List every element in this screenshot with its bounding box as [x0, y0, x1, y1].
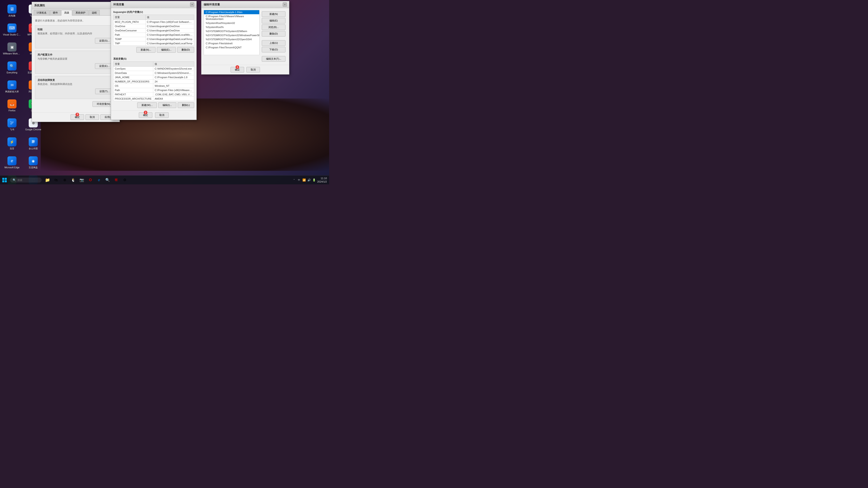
editenv-browse-btn[interactable]: 浏览(B)... [262, 24, 285, 30]
tab-sysprotect[interactable]: 系统保护 [72, 10, 88, 15]
table-row[interactable]: JAVA_HOME C:\Program Files\Java\jdk-1.8 [114, 75, 194, 79]
table-row[interactable]: OneDrive C:\Users\liuguangle\OneDrive [114, 24, 194, 29]
taskbar-file-explorer-btn[interactable]: 📁 [43, 176, 52, 184]
envvar-sys-edit-btn[interactable]: 编辑(I)... [158, 102, 176, 108]
editenv-down-btn[interactable]: 下移(O) [262, 47, 285, 53]
list-item[interactable]: C:\Program Files\VMware\VMware Workstati… [204, 14, 259, 21]
taskbar-search-box[interactable]: 🔍 [10, 177, 41, 183]
desktop-icon-vmware[interactable]: ▣ WMware Workstati... [2, 40, 22, 58]
sysprop-cancel-btn[interactable]: 取消 [86, 114, 99, 120]
desktop-icon-everything[interactable]: 🔍 Everything [2, 59, 22, 77]
editenv-list[interactable]: C:\Program Files\Java\jdk-1.8\bin C:\Pro… [204, 10, 259, 55]
thunder-icon: ⚡ [7, 137, 17, 147]
editenv-edit-btn[interactable]: 编辑(E) [262, 18, 285, 24]
taskbar-qq-taskbar-btn[interactable]: 🐧 [69, 176, 77, 184]
taskbar-edge-taskbar-btn[interactable]: e [95, 176, 103, 184]
desktop-icon-feishu[interactable]: 🕊 飞书 [2, 116, 22, 134]
taskbar-extra-btn[interactable]: ⚙ [121, 176, 129, 184]
tab-hardware[interactable]: 硬件 [50, 10, 61, 15]
envvar-title: 环境变量 [113, 3, 124, 6]
editenv-close-btn[interactable]: × [283, 2, 287, 6]
taskbar-opera-btn[interactable]: O [86, 176, 94, 184]
tray-volume-icon[interactable]: 🔊 [307, 178, 311, 182]
table-row[interactable]: Path C:\Program Files (x86)\VMware\VMwar… [114, 88, 194, 92]
table-row[interactable]: MOZ_PLUGIN_PATH C:\Program Files (x86)\F… [114, 20, 194, 24]
sys-var-value: .COM;.EXE;.BAT;.CMD;.VBS;.VBE;.JS;.JSE;.… [153, 92, 194, 97]
sys-var-name: ComSpec [114, 67, 153, 71]
table-row[interactable]: OS Windows_NT [114, 84, 194, 88]
taskbar-chrome-taskbar-btn[interactable]: ⊕ [61, 176, 69, 184]
table-row[interactable]: PROCESSOR_ARCHITECTURE AMD64 [114, 97, 194, 101]
envvar-cancel-btn[interactable]: 取消 [155, 112, 168, 118]
desktop-icon-jinshan[interactable]: 辞 金山词霸 [23, 135, 43, 153]
tab-computername[interactable]: 计算机名 [34, 10, 50, 15]
envvar-close-btn[interactable]: × [190, 2, 194, 6]
taskbar-clock[interactable]: 11:10 2024/1/2 [317, 177, 327, 183]
tray-wifi-icon[interactable]: 📶 [302, 178, 306, 182]
user-var-value: C:\Users\liuguangle\OneDrive [145, 29, 194, 33]
table-row[interactable]: OneDriveConsumer C:\Users\liuguangle\One… [114, 29, 194, 33]
tab-remote[interactable]: 远程 [89, 10, 100, 15]
envvar-sys-new-btn[interactable]: 新建(W)... [137, 102, 157, 108]
desktop-icon-pc[interactable]: 🖥 此电脑 [2, 2, 22, 20]
table-row[interactable]: ComSpec C:\WINDOWS\system32\cmd.exe [114, 67, 194, 71]
taskbar-start-button[interactable] [0, 175, 9, 185]
sys-var-value: AMD64 [153, 97, 194, 101]
firefox-icon: 🦊 [7, 99, 17, 108]
search-input[interactable] [18, 179, 40, 182]
edit-env-dialog: 编辑环境变量 × C:\Program Files\Java\jdk-1.8\b… [201, 1, 289, 74]
list-item[interactable]: C:\Program Files\dotnet\ [204, 41, 259, 45]
editenv-up-btn[interactable]: 上移(U) [262, 40, 285, 46]
env-variables-dialog: 环境变量 × liuguanglei 的用户变量(U) 变量 值 MOZ_PLU… [111, 1, 197, 120]
table-row[interactable]: TMP C:\Users\liuguangle\AppData\Local\Te… [114, 41, 194, 46]
envvar-user-delete-btn[interactable]: 删除(D) [177, 47, 194, 53]
taskbar-camera-btn[interactable]: 📷 [78, 176, 86, 184]
desktop-icon-mail[interactable]: ✉ 网易邮箱大师 [2, 78, 22, 96]
tray-keyboard-icon[interactable]: 中 [297, 178, 301, 182]
envvar-sys-delete-btn[interactable]: 删除(L) [178, 102, 194, 108]
user-var-name: Path [114, 33, 146, 37]
sys-var-value: 24 [153, 79, 194, 84]
list-item[interactable]: %SYSTEMROOT%\System32\WindowsPowerShell\… [204, 33, 259, 37]
editenv-new-btn[interactable]: 新建(N) [262, 11, 285, 17]
user-var-value: C:\Users\liuguangle\AppData\Local\Temp [145, 37, 194, 41]
desktop-icon-thunder[interactable]: ⚡ 迅雷 [2, 135, 22, 153]
taskbar-yd-btn[interactable]: 有 [112, 176, 120, 184]
tray-chevron-icon[interactable]: ⌃ [292, 178, 296, 182]
table-row[interactable]: Path C:\Users\liuguangle\AppData\Local\M… [114, 33, 194, 37]
list-item[interactable]: C:\Program Files\Java\jdk-1.8\bin [204, 10, 259, 14]
sysprop-ok-btn[interactable]: 3 确定 [70, 114, 84, 120]
tray-battery-icon[interactable]: 🔋 [312, 178, 316, 182]
list-item[interactable]: %SystemRoot% [204, 25, 259, 29]
editenv-delete-btn[interactable]: 删除(D) [262, 31, 285, 37]
table-row[interactable]: DriverData C:\Windows\System32\Drivers\D… [114, 71, 194, 75]
tab-advanced[interactable]: 高级 [61, 10, 72, 15]
envvar-sys-table: 变量 值 ComSpec C:\WINDOWS\system32\cmd.exe… [113, 61, 194, 101]
vscode-icon-label: Visual Studio Code [3, 33, 21, 36]
desktop-icon-baidu[interactable]: ◉ 百度网盘 [23, 154, 43, 172]
envvar-user-new-btn[interactable]: 新建(N)... [136, 47, 155, 53]
table-row[interactable]: TEMP C:\Users\liuguangle\AppData\Local\T… [114, 37, 194, 41]
list-item[interactable]: %SYSTEMROOT%\System32\OpenSSH\ [204, 37, 259, 41]
sysprop-tabs: 计算机名 硬件 高级 系统保护 远程 [32, 9, 120, 15]
sysprop-admin-note: 要进行大多数更改，您必须作为管理员登录。 [35, 19, 116, 23]
table-row[interactable]: NUMBER_OF_PROCESSORS 24 [114, 79, 194, 84]
desktop-icon-edge[interactable]: e Microsoft Edge [2, 154, 22, 172]
editenv-cancel-btn[interactable]: 取消 [246, 67, 260, 72]
list-item[interactable]: %SystemRoot%\system32 [204, 21, 259, 25]
table-row[interactable]: PATHEXT .COM;.EXE;.BAT;.CMD;.VBS;.VBE;.J… [114, 92, 194, 97]
envvar-ok-btn[interactable]: 2 确定 [139, 112, 152, 118]
vscode-icon: ⌨ [7, 24, 17, 33]
editenv-ok-btn[interactable]: 1 确定 [230, 67, 244, 72]
editenv-text-btn[interactable]: 编辑文本(T)... [262, 56, 285, 62]
list-item[interactable]: C:\Program Files\Tencent\QQNT [204, 45, 259, 50]
list-item[interactable]: %SYSTEMROOT%\System32\Wbem [204, 29, 259, 33]
taskbar-search-taskbar-btn[interactable]: 🔍 [103, 176, 112, 184]
desktop-icon-vscode[interactable]: ⌨ Visual Studio Code [2, 21, 22, 39]
envvar-user-edit-btn[interactable]: 编辑(E)... [157, 47, 176, 53]
sysprop-titlebar: 系统属性 × [32, 2, 120, 9]
envvar-user-col-value: 值 [145, 15, 194, 20]
taskbar-store-btn[interactable]: 🛍 [52, 176, 60, 184]
sysprop-userprofile-desc: 与登录帐户相关的桌面设置 [37, 57, 114, 61]
desktop-icon-firefox[interactable]: 🦊 Firefox [2, 97, 22, 115]
